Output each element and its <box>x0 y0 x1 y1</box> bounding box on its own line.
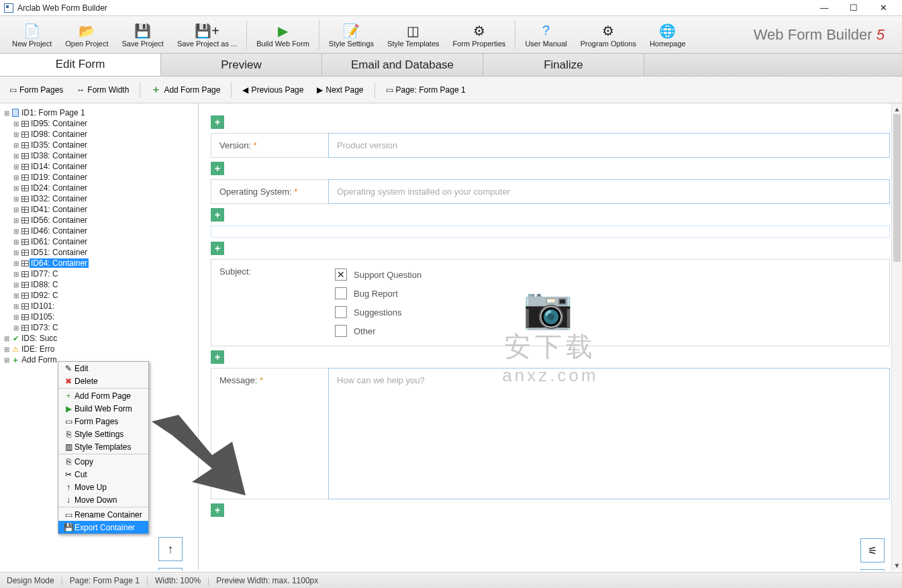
style-settings-button[interactable]: 📝Style Settings <box>322 17 381 53</box>
tree-container[interactable]: ⊞ID64: Container <box>3 258 195 268</box>
sub-toolbar: ▭Form Pages ↔Form Width ＋Add Form Page ◀… <box>0 77 902 103</box>
app-icon <box>4 3 13 13</box>
toggle-outline-button[interactable]: ⚟ <box>860 538 885 562</box>
tree-container[interactable]: ⊞ID61: Container <box>3 236 195 247</box>
save-project-button[interactable]: 💾Save Project <box>115 17 170 53</box>
maximize-button[interactable]: ☐ <box>839 1 868 15</box>
menu-style-settings[interactable]: ⎘Style Settings <box>58 428 148 440</box>
menu-copy[interactable]: ⎘Copy <box>58 455 148 468</box>
tree-container[interactable]: ⊞ID32: Container <box>3 193 195 204</box>
subject-option[interactable]: Suggestions <box>335 303 883 322</box>
tree-container[interactable]: ⊞ID105: <box>3 311 195 322</box>
save-as-button[interactable]: 💾+Save Project as ... <box>170 17 244 53</box>
field-os[interactable]: Operating System: * Operating system ins… <box>211 179 890 204</box>
new-project-button[interactable]: 📄New Project <box>5 17 58 53</box>
tree-container[interactable]: ⊞ID56: Container <box>3 215 195 226</box>
field-subject[interactable]: Subject: ✕Support QuestionBug ReportSugg… <box>211 259 890 346</box>
build-button[interactable]: ▶Build Web Form <box>250 17 316 53</box>
field-message[interactable]: Message: * How can we help you? <box>211 368 890 499</box>
tree-container[interactable]: ⊞ID35: Container <box>3 140 195 150</box>
move-up-button[interactable]: ↑ <box>158 537 183 561</box>
menu-build-web-form[interactable]: ▶Build Web Form <box>58 402 148 415</box>
scrollbar[interactable]: ▲ ▼ <box>891 103 902 571</box>
context-menu[interactable]: ✎Edit✖Delete＋Add Form Page▶Build Web For… <box>58 361 149 534</box>
tree-container[interactable]: ⊞ID92: C <box>3 290 195 301</box>
tree-container[interactable]: ⊞ID51: Container <box>3 247 195 258</box>
tree-root[interactable]: ⊞ID1: Form Page 1 <box>3 107 195 118</box>
tab-finalize[interactable]: Finalize <box>483 54 644 76</box>
menu-edit[interactable]: ✎Edit <box>58 362 148 375</box>
form-width-button[interactable]: ↔Form Width <box>74 84 132 96</box>
tree-container[interactable]: ⊞ID14: Container <box>3 161 195 172</box>
next-page-button[interactable]: ▶Next Page <box>314 84 366 96</box>
menu-cut[interactable]: ✂Cut <box>58 468 148 481</box>
brand-label: Web Form Builder 5 <box>754 26 897 44</box>
open-project-button[interactable]: 📂Open Project <box>58 17 115 53</box>
svg-marker-0 <box>152 415 246 495</box>
tree-success[interactable]: ⊞✔IDS: Succ <box>3 333 195 344</box>
menu-form-pages[interactable]: ▭Form Pages <box>58 415 148 428</box>
close-button[interactable]: ✕ <box>868 1 898 15</box>
tab-email-and-database[interactable]: Email and Database <box>322 54 483 76</box>
form-canvas[interactable]: 📷 安下载 anxz.com + Version: * Product vers… <box>199 103 902 571</box>
menu-move-down[interactable]: ↓Move Down <box>58 493 148 506</box>
add-row-button[interactable]: + <box>211 350 224 364</box>
grid-view-button[interactable]: ▦ <box>860 569 885 571</box>
main-tabs: Edit FormPreviewEmail and DatabaseFinali… <box>0 54 902 77</box>
empty-container[interactable] <box>211 226 890 238</box>
tab-preview[interactable]: Preview <box>161 54 322 76</box>
menu-export-container[interactable]: 💾Export Container <box>58 521 148 534</box>
window-title: Arclab Web Form Builder <box>17 3 107 13</box>
menu-move-up[interactable]: ↑Move Up <box>58 481 148 493</box>
tree-container[interactable]: ⊞ID73: C <box>3 322 195 333</box>
tree-container[interactable]: ⊞ID98: Container <box>3 129 195 140</box>
user-manual-button[interactable]: ?User Manual <box>518 17 573 53</box>
add-form-page-button[interactable]: ＋Add Form Page <box>148 82 223 97</box>
tree-container[interactable]: ⊞ID101: <box>3 301 195 311</box>
add-row-button[interactable]: + <box>211 242 224 255</box>
status-bar: Design Mode| Page: Form Page 1| Width: 1… <box>0 572 902 588</box>
style-templates-button[interactable]: ◫Style Templates <box>381 17 446 53</box>
label-version: Version: * <box>211 134 328 157</box>
form-properties-button[interactable]: ⚙Form Properties <box>446 17 513 53</box>
menu-add-form-page[interactable]: ＋Add Form Page <box>58 389 148 402</box>
move-down-button[interactable]: ↓ <box>158 568 183 571</box>
homepage-button[interactable]: 🌐Homepage <box>643 17 693 53</box>
title-bar: Arclab Web Form Builder — ☐ ✕ <box>0 0 902 16</box>
minimize-button[interactable]: — <box>809 1 839 15</box>
checkbox[interactable]: ✕ <box>335 268 347 281</box>
add-row-button[interactable]: + <box>211 162 224 175</box>
tab-edit-form[interactable]: Edit Form <box>0 54 161 76</box>
previous-page-button[interactable]: ◀Previous Page <box>240 84 306 96</box>
input-message[interactable]: How can we help you? <box>328 368 890 499</box>
menu-rename-container[interactable]: ▭Rename Container <box>58 508 148 521</box>
checkbox[interactable] <box>335 306 347 318</box>
checkbox[interactable] <box>335 325 347 337</box>
subject-option[interactable]: Bug Report <box>335 284 883 303</box>
add-row-button[interactable]: + <box>211 115 224 129</box>
field-version[interactable]: Version: * Product version <box>211 133 890 158</box>
input-os[interactable]: Operating system installed on your compu… <box>328 179 890 204</box>
program-options-button[interactable]: ⚙Program Options <box>574 17 643 53</box>
tree-container[interactable]: ⊞ID41: Container <box>3 204 195 215</box>
add-row-button[interactable]: + <box>211 208 224 222</box>
tree-container[interactable]: ⊞ID24: Container <box>3 183 195 193</box>
form-pages-button[interactable]: ▭Form Pages <box>7 84 66 96</box>
tree-container[interactable]: ⊞ID88: C <box>3 279 195 290</box>
checkbox[interactable] <box>335 287 347 299</box>
annotation-arrow <box>145 415 252 516</box>
ribbon-toolbar: 📄New Project📂Open Project💾Save Project💾+… <box>0 16 902 54</box>
label-os: Operating System: * <box>211 180 328 203</box>
tree-container[interactable]: ⊞ID95: Container <box>3 118 195 129</box>
tree-error[interactable]: ⊞⚠IDE: Erro <box>3 344 195 354</box>
tree-container[interactable]: ⊞ID46: Container <box>3 226 195 236</box>
subject-option[interactable]: ✕Support Question <box>335 265 883 284</box>
subject-option[interactable]: Other <box>335 322 883 340</box>
label-subject: Subject: <box>211 260 328 346</box>
tree-container[interactable]: ⊞ID19: Container <box>3 172 195 183</box>
tree-container[interactable]: ⊞ID77: C <box>3 268 195 279</box>
menu-style-templates[interactable]: ▥Style Templates <box>58 440 148 453</box>
input-version[interactable]: Product version <box>328 133 890 158</box>
tree-container[interactable]: ⊞ID38: Container <box>3 150 195 161</box>
menu-delete[interactable]: ✖Delete <box>58 375 148 387</box>
